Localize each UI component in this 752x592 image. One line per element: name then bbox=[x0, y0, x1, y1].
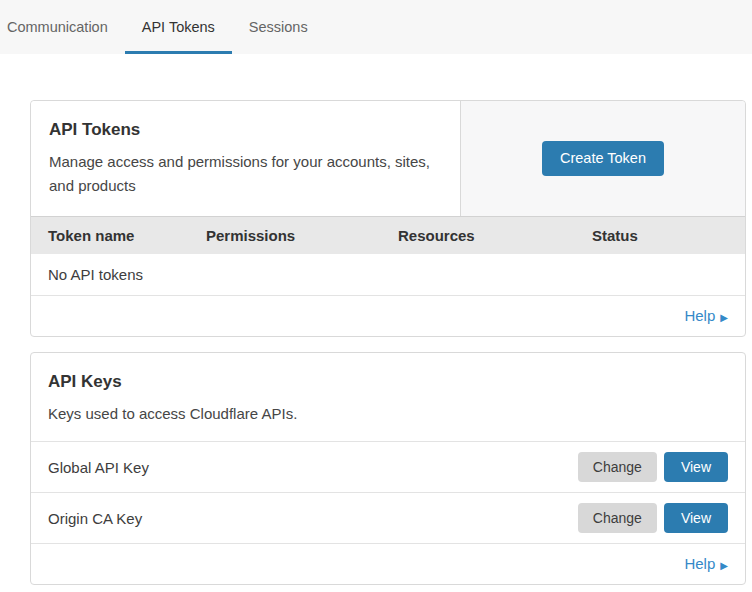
origin-ca-key-change-button[interactable]: Change bbox=[578, 503, 657, 533]
origin-ca-key-label: Origin CA Key bbox=[48, 510, 142, 527]
main-content: API Tokens Manage access and permissions… bbox=[0, 54, 752, 585]
help-arrow-icon: ▶ bbox=[720, 312, 728, 323]
tab-communication[interactable]: Communication bbox=[7, 0, 125, 54]
api-tokens-card-header: API Tokens Manage access and permissions… bbox=[31, 101, 745, 216]
global-api-key-change-button[interactable]: Change bbox=[578, 452, 657, 482]
tokens-empty-row: No API tokens bbox=[31, 254, 745, 296]
tab-sessions[interactable]: Sessions bbox=[232, 0, 325, 54]
global-api-key-label: Global API Key bbox=[48, 459, 149, 476]
tokens-col-resources: Resources bbox=[398, 227, 592, 244]
tab-bar: Communication API Tokens Sessions bbox=[0, 0, 752, 54]
tab-sessions-label: Sessions bbox=[249, 19, 308, 35]
api-tokens-title: API Tokens bbox=[49, 120, 442, 140]
tokens-empty-message: No API tokens bbox=[48, 266, 143, 283]
api-keys-help-link[interactable]: Help▶ bbox=[684, 555, 728, 572]
origin-ca-key-view-button[interactable]: View bbox=[664, 503, 728, 533]
tab-api-tokens-label: API Tokens bbox=[142, 19, 215, 35]
create-token-button[interactable]: Create Token bbox=[542, 141, 664, 176]
tokens-col-token-name: Token name bbox=[48, 227, 206, 244]
api-tokens-help-label: Help bbox=[684, 307, 715, 324]
global-api-key-row: Global API Key Change View bbox=[31, 442, 745, 493]
api-tokens-card: API Tokens Manage access and permissions… bbox=[30, 100, 746, 337]
api-keys-card-footer: Help▶ bbox=[31, 544, 745, 584]
api-keys-card: API Keys Keys used to access Cloudflare … bbox=[30, 352, 746, 585]
api-keys-description: Keys used to access Cloudflare APIs. bbox=[48, 402, 436, 426]
help-arrow-icon: ▶ bbox=[720, 560, 728, 571]
api-keys-title: API Keys bbox=[48, 372, 728, 392]
api-tokens-card-footer: Help▶ bbox=[31, 296, 745, 336]
api-tokens-help-link[interactable]: Help▶ bbox=[684, 307, 728, 324]
api-tokens-card-header-text: API Tokens Manage access and permissions… bbox=[31, 101, 460, 216]
global-api-key-view-button[interactable]: View bbox=[664, 452, 728, 482]
api-tokens-description: Manage access and permissions for your a… bbox=[49, 150, 437, 198]
api-keys-help-label: Help bbox=[684, 555, 715, 572]
tokens-table-header: Token name Permissions Resources Status bbox=[31, 216, 745, 254]
global-api-key-actions: Change View bbox=[578, 452, 728, 482]
tokens-col-permissions: Permissions bbox=[206, 227, 398, 244]
api-keys-card-header: API Keys Keys used to access Cloudflare … bbox=[31, 353, 745, 442]
tab-communication-label: Communication bbox=[7, 19, 108, 35]
origin-ca-key-row: Origin CA Key Change View bbox=[31, 493, 745, 544]
api-tokens-card-action-area: Create Token bbox=[460, 101, 745, 216]
tokens-col-status: Status bbox=[592, 227, 745, 244]
origin-ca-key-actions: Change View bbox=[578, 503, 728, 533]
tab-api-tokens[interactable]: API Tokens bbox=[125, 0, 232, 54]
